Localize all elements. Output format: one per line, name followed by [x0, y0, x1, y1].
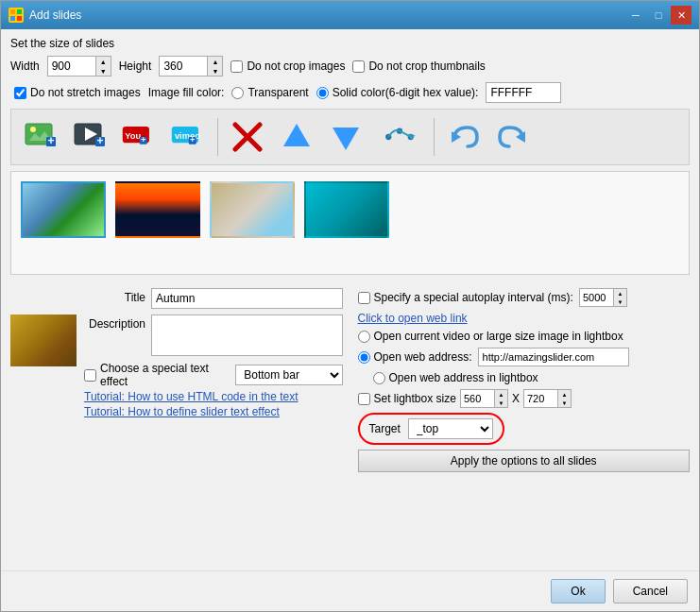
open-web-radio[interactable]: [358, 351, 370, 364]
text-effect-select[interactable]: Bottom bar Fade in Slide from left: [235, 365, 342, 385]
add-youtube-button[interactable]: You +: [117, 115, 161, 159]
open-web-radio-label[interactable]: Open web address:: [358, 350, 472, 364]
solid-color-radio-label[interactable]: Solid color(6-digit hex value):: [316, 86, 479, 99]
fill-row: Do not stretch images Image fill color: …: [14, 82, 690, 103]
add-video-button[interactable]: +: [68, 115, 111, 159]
tutorial1-link[interactable]: Tutorial: How to use HTML code in the te…: [84, 390, 343, 403]
autoplay-input[interactable]: [580, 289, 613, 306]
add-image-button[interactable]: +: [19, 115, 62, 159]
undo-button[interactable]: [442, 115, 486, 159]
lightbox-height-increment-button[interactable]: ▲: [557, 390, 571, 399]
width-decrement-button[interactable]: ▼: [95, 66, 111, 76]
text-effect-checkbox-label[interactable]: Choose a special text effect: [84, 362, 230, 388]
move-up-button[interactable]: [275, 115, 318, 159]
footer: Ok Cancel: [1, 570, 699, 611]
preview-image: [10, 314, 77, 366]
dont-crop-thumbs-checkbox-label[interactable]: Do not crop thumbnails: [352, 60, 485, 73]
fill-color-label: Image fill color:: [148, 86, 225, 99]
move-down-button[interactable]: [324, 115, 367, 159]
open-video-radio-label[interactable]: Open current video or large size image i…: [358, 330, 691, 343]
dont-stretch-checkbox-label[interactable]: Do not stretch images: [14, 86, 141, 99]
autoplay-row: Specify a special autoplay interval (ms)…: [358, 288, 691, 307]
redo-button[interactable]: [491, 115, 535, 159]
cancel-button[interactable]: Cancel: [613, 579, 688, 604]
transparent-label: Transparent: [248, 86, 308, 99]
transparent-radio[interactable]: [231, 87, 244, 99]
dont-crop-thumbs-checkbox[interactable]: [352, 60, 365, 73]
lightbox-height-decrement-button[interactable]: ▼: [557, 399, 571, 407]
title-field-input[interactable]: [151, 288, 343, 309]
main-content: Set the size of slides Width ▲ ▼ Height …: [1, 29, 699, 570]
svg-marker-23: [283, 124, 310, 146]
title-bar-left: Add slides: [9, 8, 81, 23]
width-increment-button[interactable]: ▲: [95, 57, 111, 66]
lightbox-width-input[interactable]: [461, 390, 494, 407]
autoplay-decrement-button[interactable]: ▼: [613, 298, 626, 306]
ok-button[interactable]: Ok: [551, 579, 605, 604]
window-title: Add slides: [29, 8, 81, 22]
description-field-label: Description: [84, 314, 145, 331]
hex-input[interactable]: [486, 82, 561, 103]
apply-button[interactable]: Apply the options to all slides: [358, 450, 691, 472]
dont-crop-thumbs-label: Do not crop thumbnails: [368, 60, 485, 73]
open-video-radio[interactable]: [358, 331, 370, 343]
autoplay-spin-buttons: ▲ ▼: [613, 289, 626, 306]
title-bar: Add slides ─ □ ✕: [1, 1, 699, 29]
height-spinner-buttons: ▲ ▼: [207, 57, 222, 76]
tutorial2-link[interactable]: Tutorial: How to define slider text effe…: [84, 405, 343, 418]
title-field-label: Title: [84, 288, 145, 304]
lightbox-size-checkbox[interactable]: [358, 393, 370, 405]
text-effect-checkbox[interactable]: [84, 369, 96, 382]
lightbox-height-input[interactable]: [524, 390, 557, 407]
open-web-label: Open web address:: [374, 350, 472, 364]
delete-button[interactable]: [226, 115, 269, 159]
minimize-button[interactable]: ─: [625, 6, 646, 25]
edit-button[interactable]: [373, 115, 426, 159]
dont-stretch-checkbox[interactable]: [14, 87, 26, 99]
window-icon: [9, 8, 24, 23]
add-vimeo-button[interactable]: vimeo +: [166, 115, 210, 159]
open-web-row: Open web address:: [358, 348, 691, 366]
height-input[interactable]: [160, 57, 207, 76]
size-section-label: Set the size of slides: [10, 37, 690, 50]
dont-crop-checkbox-label[interactable]: Do not crop images: [230, 60, 345, 73]
slide-thumb-4[interactable]: [304, 181, 389, 238]
height-decrement-button[interactable]: ▼: [207, 66, 222, 76]
autoplay-checkbox-label[interactable]: Specify a special autoplay interval (ms)…: [358, 291, 573, 304]
description-textarea[interactable]: [151, 314, 343, 356]
height-increment-button[interactable]: ▲: [207, 57, 222, 66]
width-label: Width: [10, 60, 40, 73]
title-controls: ─ □ ✕: [625, 6, 691, 25]
open-lightbox-radio-label[interactable]: Open web address in lightbox: [373, 371, 691, 384]
width-spinner: ▲ ▼: [47, 56, 111, 76]
details-left: Title Description Choose a special text …: [10, 288, 343, 472]
slides-area: [10, 171, 690, 275]
svg-text:+: +: [141, 134, 146, 144]
lightbox-width-spinner: ▲ ▼: [460, 389, 508, 408]
width-input[interactable]: [48, 57, 95, 76]
lightbox-x-label: X: [512, 392, 520, 405]
slide-thumb-2[interactable]: [115, 181, 200, 238]
lightbox-size-checkbox-label[interactable]: Set lightbox size: [358, 392, 456, 405]
lightbox-size-row: Set lightbox size ▲ ▼ X ▲: [358, 389, 691, 408]
close-button[interactable]: ✕: [671, 6, 691, 25]
lightbox-width-increment-button[interactable]: ▲: [494, 390, 507, 399]
add-slides-window: Add slides ─ □ ✕ Set the size of slides …: [0, 0, 700, 612]
transparent-radio-label[interactable]: Transparent: [231, 86, 308, 99]
solid-color-radio[interactable]: [316, 87, 329, 99]
web-address-input[interactable]: [478, 348, 629, 366]
target-select[interactable]: _top _blank _self _parent: [408, 418, 493, 439]
dont-crop-checkbox[interactable]: [230, 60, 243, 73]
slide-thumb-3[interactable]: [210, 181, 295, 238]
svg-rect-0: [10, 9, 15, 14]
open-lightbox-radio[interactable]: [373, 372, 385, 384]
toolbar: + + You +: [10, 109, 690, 165]
open-link-text[interactable]: Click to open web link: [358, 312, 691, 325]
autoplay-increment-button[interactable]: ▲: [613, 289, 626, 298]
bottom-left-options: Choose a special text effect Bottom bar …: [84, 362, 343, 418]
autoplay-checkbox[interactable]: [358, 292, 370, 304]
slide-thumb-1[interactable]: [21, 181, 106, 238]
lightbox-height-spin-buttons: ▲ ▼: [557, 390, 571, 407]
maximize-button[interactable]: □: [648, 6, 669, 25]
lightbox-width-decrement-button[interactable]: ▼: [494, 399, 507, 407]
